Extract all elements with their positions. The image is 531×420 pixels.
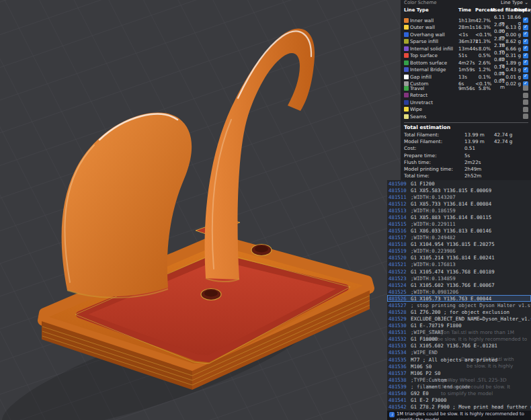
display-checkbox[interactable] bbox=[523, 93, 528, 98]
gcode-line[interactable]: 481524 G1 X105.602 Y136.766 E.00067 bbox=[387, 282, 531, 288]
display-checkbox[interactable] bbox=[523, 60, 528, 65]
gcode-line-text: ; filament end gcode bbox=[411, 384, 531, 390]
gcode-line[interactable]: 481522 G1 X105.474 Y136.768 E.00189 bbox=[387, 268, 531, 275]
gcode-line-number: 481515 bbox=[389, 221, 411, 227]
line-type-color-swatch bbox=[404, 100, 409, 105]
gcode-line[interactable]: 481517 ;WIDTH:0.249482 bbox=[387, 235, 531, 241]
view-type-dropdown[interactable]: Line Type ⌄ bbox=[501, 0, 528, 5]
gcode-line-number: 481511 bbox=[389, 194, 411, 200]
gcode-line[interactable]: 481533 G1 X105.602 Y136.766 E-.01281 bbox=[387, 343, 531, 349]
gcode-line[interactable]: 481539 ; filament end gcode bbox=[387, 383, 531, 390]
estimation-value-1: 2m22s bbox=[464, 159, 494, 165]
col-header-percent: Percent bbox=[475, 7, 491, 13]
gcode-line-text: ; stop printing object Dyson Halter v1.s… bbox=[411, 302, 531, 308]
legend-row: Unretract bbox=[404, 99, 528, 106]
display-checkbox[interactable] bbox=[523, 114, 528, 119]
notification-text: 1M triangles could be slow. It is highly… bbox=[397, 411, 529, 420]
gcode-line-text: G1 E-2 F3000 bbox=[411, 397, 531, 403]
line-type-label: Travel bbox=[410, 85, 458, 91]
display-checkbox[interactable] bbox=[523, 25, 528, 30]
estimation-label: Model Filament: bbox=[404, 138, 464, 144]
gcode-line[interactable]: 481537 M106 P2 S0 bbox=[387, 370, 531, 376]
line-type-color-swatch bbox=[404, 32, 409, 37]
gcode-line[interactable]: 481513 ;WIDTH:0.186159 bbox=[387, 207, 531, 214]
gcode-line[interactable]: 481528 G1 Z76.200 ; for object exclusion bbox=[387, 308, 531, 315]
display-checkbox[interactable] bbox=[523, 67, 528, 73]
gcode-line[interactable]: 481529 EXCLUDE_OBJECT_END NAME=Dyson_Hal… bbox=[387, 316, 531, 323]
gcode-line[interactable]: 481518 G1 X104.954 Y136.815 E.20275 bbox=[387, 241, 531, 248]
gcode-line[interactable]: 481510 G1 X85.583 Y136.815 E.00069 bbox=[387, 187, 531, 194]
line-type-label: Sparse infill bbox=[410, 38, 458, 44]
estimation-label: Cost: bbox=[404, 145, 464, 151]
line-type-time: 1m59s bbox=[458, 67, 475, 73]
gcode-line[interactable]: 481525 ;WIDTH:0.0981206 bbox=[387, 288, 531, 295]
line-type-filament-g: 0.00 g bbox=[505, 32, 521, 38]
gcode-line[interactable]: 481530 G1 E-.78719 F1800 bbox=[387, 323, 531, 329]
gcode-line[interactable]: 481512 G1 X85.733 Y136.814 E.00084 bbox=[387, 200, 531, 207]
gcode-line-number: 481522 bbox=[389, 269, 411, 275]
line-type-filament-g: 0.31 g bbox=[505, 52, 521, 58]
gcode-line-text: ;WIDTH:0.229111 bbox=[411, 221, 531, 227]
gcode-line-number: 481534 bbox=[389, 349, 411, 355]
line-type-color-swatch bbox=[404, 18, 409, 23]
display-checkbox[interactable] bbox=[523, 99, 528, 105]
line-type-percent: 16.3% bbox=[475, 24, 491, 30]
gcode-line[interactable]: 481519 ;WIDTH:0.223986 bbox=[387, 248, 531, 255]
gcode-line[interactable]: 481516 G1 X86.033 Y136.813 E.00146 bbox=[387, 228, 531, 235]
gcode-line[interactable]: 481536 M106 S0 bbox=[387, 363, 531, 370]
col-header-display: Display bbox=[514, 7, 522, 13]
gcode-line[interactable]: 481532 G1 F18000 bbox=[387, 336, 531, 343]
gcode-line[interactable]: 481535 M77 ; All objects are printed bbox=[387, 356, 531, 363]
gcode-line[interactable]: 481520 G1 X105.214 Y136.814 E.00241 bbox=[387, 255, 531, 261]
line-type-percent: <0.1% bbox=[475, 32, 491, 38]
gcode-line-number: 481532 bbox=[389, 336, 411, 342]
display-checkbox[interactable] bbox=[523, 85, 528, 91]
gcode-line[interactable]: 481538 ;TYPE:Custom bbox=[387, 376, 531, 383]
estimation-value-2: 42.74 g bbox=[494, 132, 528, 138]
line-type-label: Overhang wall bbox=[410, 32, 458, 38]
gcode-line-number: 481531 bbox=[389, 329, 411, 335]
gcode-line[interactable]: 481526 G1 X105.73 Y136.763 E.00044 bbox=[387, 295, 531, 302]
display-checkbox[interactable] bbox=[523, 32, 528, 37]
gcode-line[interactable]: 481514 G1 X85.883 Y136.814 E.00115 bbox=[387, 214, 531, 220]
line-type-percent: 21.3% bbox=[475, 38, 491, 44]
gcode-line[interactable]: 481527 ; stop printing object Dyson Halt… bbox=[387, 302, 531, 308]
gcode-line[interactable]: 481511 ;WIDTH:0.143207 bbox=[387, 194, 531, 200]
display-checkbox[interactable] bbox=[523, 74, 528, 79]
gcode-line-text: ;WIPE_END bbox=[411, 349, 531, 355]
display-checkbox[interactable] bbox=[523, 39, 528, 44]
gcode-line[interactable]: 481509 G1 F1200 bbox=[387, 180, 531, 187]
gcode-line-number: 481538 bbox=[389, 377, 411, 383]
gcode-line[interactable]: 481542 G1 Z78.2 F900 ; Move print head f… bbox=[387, 404, 531, 411]
gcode-line-text: G1 X104.954 Y136.815 E.20275 bbox=[411, 241, 531, 247]
display-checkbox[interactable] bbox=[523, 17, 528, 23]
gcode-line[interactable]: 481534 ;WIPE_END bbox=[387, 349, 531, 356]
gcode-line[interactable]: 481523 ;WIDTH:0.134859 bbox=[387, 275, 531, 282]
gcode-line-text: ;WIDTH:0.186159 bbox=[411, 208, 531, 214]
gcode-line[interactable]: 481515 ;WIDTH:0.229111 bbox=[387, 220, 531, 227]
gcode-line-number: 481516 bbox=[389, 228, 411, 234]
gcode-line-text: G1 X86.033 Y136.813 E.00146 bbox=[411, 228, 531, 234]
gcode-line-text: ;WIDTH:0.223986 bbox=[411, 248, 531, 254]
line-type-color-swatch bbox=[404, 86, 409, 91]
gcode-line-text: EXCLUDE_OBJECT_END NAME=Dyson_Halter_v1.… bbox=[411, 316, 531, 322]
model-hole bbox=[251, 245, 272, 256]
view-options-row[interactable]: Color Scheme Line Type ⌄ bbox=[404, 0, 528, 5]
line-type-label: Top surface bbox=[410, 52, 458, 58]
gcode-line-number: 481529 bbox=[389, 316, 411, 322]
legend-row: Retract bbox=[404, 92, 528, 99]
gcode-line-text: G1 Z78.2 F900 ; Move print head further … bbox=[411, 404, 531, 410]
gcode-line[interactable]: 481541 G1 E-2 F3000 bbox=[387, 397, 531, 404]
display-checkbox[interactable] bbox=[523, 53, 528, 58]
display-checkbox[interactable] bbox=[523, 46, 528, 51]
estimation-label: Flush time: bbox=[404, 159, 464, 165]
line-type-color-swatch bbox=[404, 93, 409, 97]
gcode-line[interactable]: 481521 ;WIDTH:0.176813 bbox=[387, 261, 531, 268]
gcode-viewer[interactable]: 481509 G1 F1200 481510 G1 X85.583 Y136.8… bbox=[387, 180, 531, 411]
gcode-line[interactable]: 481540 G92 E0 bbox=[387, 390, 531, 396]
gcode-line[interactable]: 481531 ;WIPE_START bbox=[387, 329, 531, 336]
line-type-filament-g: 6.66 g bbox=[505, 46, 521, 52]
gcode-line-text: G1 X85.583 Y136.815 E.00069 bbox=[411, 187, 531, 194]
notification-bar[interactable]: i 1M triangles could be slow. It is high… bbox=[387, 411, 531, 420]
display-checkbox[interactable] bbox=[523, 107, 528, 112]
